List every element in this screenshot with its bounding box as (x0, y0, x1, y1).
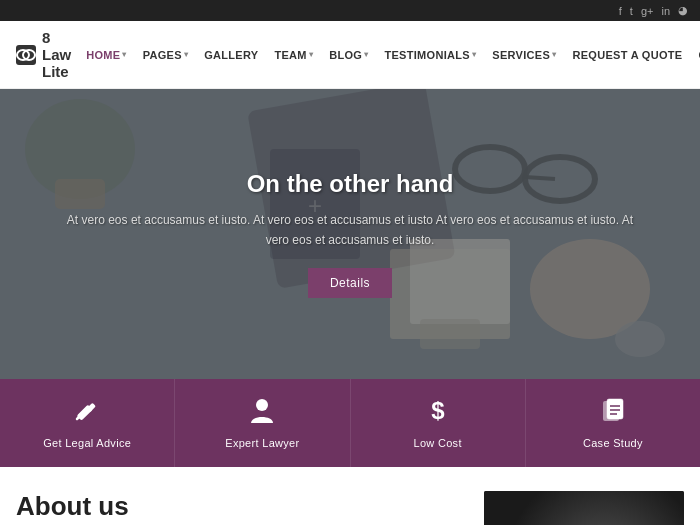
feature-expert-lawyer-label: Expert Lawyer (225, 437, 299, 449)
svg-point-12 (615, 321, 665, 357)
about-title: About us (16, 491, 464, 522)
nav-testimonials-label: TESTIMONIALS (384, 49, 470, 61)
hero-details-button[interactable]: Details (308, 268, 392, 298)
nav-gallery[interactable]: GALLERY (197, 45, 265, 65)
hero-section: + On the other hand At vero eos et accus… (0, 89, 700, 379)
nav-team-chevron: ▾ (309, 50, 313, 59)
gavel-image (484, 491, 684, 525)
nav-contact[interactable]: CONTACT (691, 45, 700, 65)
nav-services[interactable]: SERVICES ▾ (485, 45, 563, 65)
feature-case-study[interactable]: Case Study (526, 379, 700, 467)
twitter-icon[interactable]: t (630, 5, 633, 17)
feature-low-cost-label: Low Cost (413, 437, 461, 449)
feature-low-cost[interactable]: $ Low Cost (351, 379, 526, 467)
nav-request-quote[interactable]: REQUEST A QUOTE (565, 45, 689, 65)
feature-case-study-label: Case Study (583, 437, 643, 449)
logo[interactable]: 8 Law Lite (16, 29, 79, 80)
google-plus-icon[interactable]: g+ (641, 5, 654, 17)
social-bar: f t g+ in ◕ (0, 0, 700, 21)
svg-rect-13 (420, 319, 480, 349)
nav-blog-chevron: ▾ (364, 50, 368, 59)
logo-icon (16, 45, 36, 65)
about-text: About us Lorem ipsum dolor sit amet, con… (16, 491, 464, 525)
header: 8 Law Lite HOME ▾ PAGES ▾ GALLERY TEAM ▾… (0, 21, 700, 89)
nav-home-chevron: ▾ (122, 50, 126, 59)
case-study-icon (600, 397, 626, 431)
nav-pages[interactable]: PAGES ▾ (136, 45, 196, 65)
low-cost-icon: $ (428, 397, 448, 431)
legal-advice-icon (73, 397, 101, 431)
svg-point-17 (256, 399, 268, 411)
svg-text:$: $ (431, 397, 445, 424)
feature-expert-lawyer[interactable]: Expert Lawyer (175, 379, 350, 467)
pinterest-icon[interactable]: ◕ (678, 4, 688, 17)
nav-request-quote-label: REQUEST A QUOTE (572, 49, 682, 61)
nav-services-label: SERVICES (492, 49, 550, 61)
nav-home[interactable]: HOME ▾ (79, 45, 134, 65)
hero-content: On the other hand At vero eos et accusam… (0, 170, 700, 299)
about-image (484, 491, 684, 525)
main-nav: HOME ▾ PAGES ▾ GALLERY TEAM ▾ BLOG ▾ TES… (79, 45, 700, 65)
hero-subtitle: At vero eos et accusamus et iusto. At ve… (60, 210, 640, 251)
nav-blog-label: BLOG (329, 49, 362, 61)
nav-pages-chevron: ▾ (184, 50, 188, 59)
nav-team[interactable]: TEAM ▾ (267, 45, 320, 65)
logo-svg (16, 48, 36, 62)
nav-testimonials[interactable]: TESTIMONIALS ▾ (377, 45, 483, 65)
nav-team-label: TEAM (274, 49, 306, 61)
about-section: About us Lorem ipsum dolor sit amet, con… (0, 467, 700, 525)
nav-home-label: HOME (86, 49, 120, 61)
svg-rect-20 (607, 399, 623, 419)
nav-blog[interactable]: BLOG ▾ (322, 45, 375, 65)
feature-legal-advice[interactable]: Get Legal Advice (0, 379, 175, 467)
feature-legal-advice-label: Get Legal Advice (43, 437, 131, 449)
nav-pages-label: PAGES (143, 49, 182, 61)
nav-gallery-label: GALLERY (204, 49, 258, 61)
logo-text: 8 Law Lite (42, 29, 79, 80)
hero-title: On the other hand (60, 170, 640, 198)
facebook-icon[interactable]: f (619, 5, 622, 17)
nav-services-chevron: ▾ (552, 50, 556, 59)
nav-testimonials-chevron: ▾ (472, 50, 476, 59)
expert-lawyer-icon (249, 397, 275, 431)
features-bar: Get Legal Advice Expert Lawyer $ Low Cos… (0, 379, 700, 467)
linkedin-icon[interactable]: in (661, 5, 670, 17)
